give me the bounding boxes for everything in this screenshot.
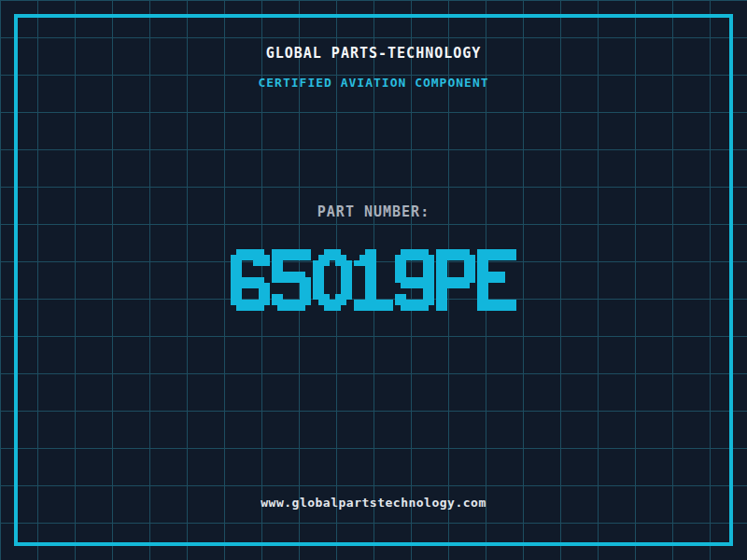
company-title: GLOBAL PARTS-TECHNOLOGY bbox=[0, 47, 747, 61]
blueprint-card: GLOBAL PARTS-TECHNOLOGY CERTIFIED AVIATI… bbox=[0, 0, 747, 560]
certification-subtitle: CERTIFIED AVIATION COMPONENT bbox=[0, 77, 747, 89]
part-number-value bbox=[0, 249, 747, 311]
website-url: www.globalpartstechnology.com bbox=[0, 497, 747, 509]
part-number-label: PART NUMBER: bbox=[0, 205, 747, 219]
